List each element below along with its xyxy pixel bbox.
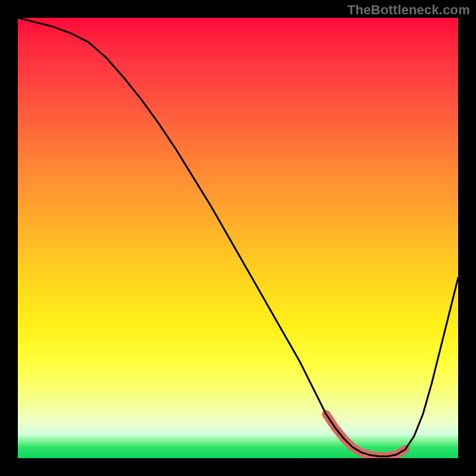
- watermark-label: TheBottleneck.com: [347, 2, 470, 18]
- curve-path: [18, 18, 458, 458]
- chart-frame: TheBottleneck.com: [0, 0, 476, 476]
- plot-area: [18, 18, 458, 458]
